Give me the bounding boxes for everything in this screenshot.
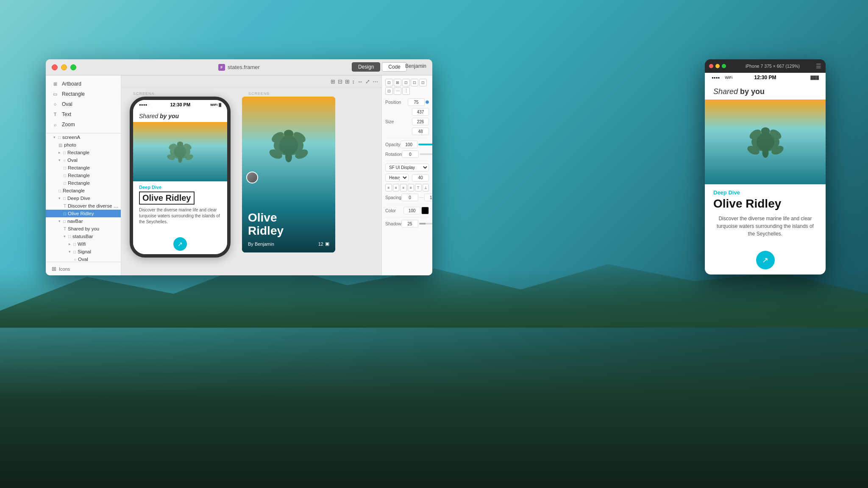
font-weight-select[interactable]: Heavy — [385, 174, 409, 182]
size-h-value — [412, 128, 429, 135]
rectangle-label: Rectangle — [62, 91, 85, 97]
iphone-menu-icon[interactable]: ☰ — [816, 63, 821, 69]
iphone-minimize[interactable] — [715, 64, 720, 68]
align-right-btn[interactable]: ⊡ — [402, 79, 410, 86]
artboard-label: Artboard — [62, 81, 81, 87]
rotation-slider[interactable] — [420, 153, 432, 155]
sidebar-tool-rectangle[interactable]: ▭ Rectangle — [46, 89, 121, 99]
shadow-input[interactable] — [401, 220, 418, 227]
layer-rectangle-1[interactable]: ▸ □ Rectangle — [46, 149, 121, 156]
font-family-select[interactable]: SF UI Display — [385, 164, 429, 172]
opacity-input[interactable] — [401, 141, 417, 148]
position-row: Position — [385, 98, 429, 106]
layer-olive-ridley[interactable]: □ Olive Ridley — [46, 210, 121, 217]
shared-italic: Shared — [713, 87, 738, 96]
distribute-h-btn[interactable]: ⋯ — [394, 87, 401, 95]
canvas-tool-2[interactable]: ⊟ — [338, 78, 342, 85]
position-x-input[interactable] — [408, 98, 425, 106]
align-bottom-btn[interactable]: ⊡ — [385, 87, 393, 95]
fullscreen-button[interactable] — [70, 64, 76, 70]
iphone-fab-button[interactable]: ↗ — [756, 251, 775, 269]
layer-signal[interactable]: ▾ □ Signal — [46, 248, 121, 255]
align-top-btn[interactable]: ⊡ — [411, 79, 418, 86]
screen-b-title-line2: Ridley — [248, 224, 284, 237]
sidebar-tool-zoom[interactable]: ⌕ Zoom — [46, 119, 121, 130]
size-h-input[interactable] — [412, 128, 429, 135]
layer-rect-3[interactable]: □ Rectangle — [46, 172, 121, 179]
font-weight-row: Heavy — [385, 174, 429, 182]
layer-rect-5-label: Rectangle — [63, 188, 118, 193]
align-center-btn[interactable]: ⊠ — [394, 79, 401, 86]
size-h-row — [385, 128, 429, 135]
text-align-bottom[interactable]: ⊥ — [423, 184, 429, 191]
canvas-tool-1[interactable]: ⊞ — [331, 78, 335, 85]
expand-icon: ▾ — [58, 196, 61, 200]
iphone-title: Olive Ridley — [713, 197, 817, 211]
traffic-lights — [46, 64, 76, 70]
sidebar-tool-artboard[interactable]: ⊞ Artboard — [46, 79, 121, 89]
iphone-deep-dive: Deep Dive — [713, 189, 817, 196]
shared-text: Shared by you — [139, 113, 179, 119]
layer-oval[interactable]: ▾ ○ Oval — [46, 156, 121, 164]
canvas-tool-6[interactable]: ⤢ — [365, 78, 370, 85]
code-tab[interactable]: Code — [382, 62, 407, 72]
phone-mockup-a: ●●●●○ 12:30 PM WiFi ▓ Shared by you — [130, 97, 231, 258]
canvas-tool-7[interactable]: ⋯ — [373, 78, 378, 85]
color-opacity-input[interactable] — [403, 207, 420, 214]
rectangle-icon: ▭ — [52, 91, 58, 97]
layer-screena[interactable]: ▾ □ screenA — [46, 133, 121, 141]
more-btn[interactable]: ⋮ — [402, 87, 410, 95]
sidebar-tool-text[interactable]: T Text — [46, 109, 121, 119]
layer-deep-dive[interactable]: ▾ □ Deep Dive — [46, 194, 121, 202]
layer-discover-text[interactable]: T Discover the diverse marine l... — [46, 202, 121, 210]
user-menu[interactable]: Benjamin — [405, 63, 426, 69]
sidebar-tool-oval[interactable]: ○ Oval — [46, 99, 121, 109]
layer-photo[interactable]: ▨ photo — [46, 141, 121, 149]
color-swatch[interactable] — [421, 207, 429, 214]
iphone-fullscreen[interactable] — [722, 64, 726, 68]
layer-rect-2[interactable]: □ Rectangle — [46, 164, 121, 172]
layer-oval-1[interactable]: ○ Oval — [46, 255, 121, 262]
layer-discover-label: Discover the diverse marine l... — [68, 203, 118, 208]
header-toolbar: Design Code — [352, 62, 407, 72]
close-button[interactable] — [52, 64, 58, 70]
opacity-value — [401, 141, 432, 148]
shadow-slider[interactable] — [419, 223, 432, 225]
layer-rectangle-5[interactable]: □ Rectangle — [46, 187, 121, 194]
design-tab[interactable]: Design — [352, 62, 380, 72]
iphone-close[interactable] — [709, 64, 713, 68]
minimize-button[interactable] — [61, 64, 67, 70]
align-middle-btn[interactable]: ⊡ — [419, 79, 427, 86]
text-align-justify[interactable]: ≡ — [408, 184, 415, 191]
phone-screen-a: Shared by you — [133, 109, 227, 254]
spacing-input[interactable] — [401, 194, 418, 201]
font-size-input[interactable] — [412, 174, 429, 182]
layer-wifi[interactable]: ▸ □ Wifi — [46, 240, 121, 248]
layer-statusbar[interactable]: ▾ □ statusBar — [46, 233, 121, 240]
fab-button-a[interactable]: ↗ — [173, 237, 187, 251]
text-align-left[interactable]: ≡ — [385, 184, 392, 191]
opacity-slider[interactable] — [418, 144, 432, 145]
group-icon: □ — [64, 211, 66, 216]
size-w-input[interactable] — [412, 118, 429, 125]
group-icon: □ — [58, 135, 61, 140]
iphone-model: iPhone 7 — [746, 64, 763, 69]
layer-navbar[interactable]: ▾ □ navBar — [46, 217, 121, 225]
text-align-top[interactable]: ⊤ — [415, 184, 422, 191]
zoom-label: Zoom — [62, 122, 75, 128]
line-height-input[interactable] — [424, 194, 432, 201]
rotation-input[interactable] — [402, 150, 419, 158]
text-align-right[interactable]: ≡ — [400, 184, 407, 191]
canvas-tool-5[interactable]: ↔ — [357, 78, 363, 85]
text-align-center[interactable]: ≡ — [393, 184, 400, 191]
svg-point-6 — [177, 141, 183, 147]
position-y-input[interactable] — [412, 108, 429, 116]
photo-icon: ▨ — [58, 143, 62, 147]
canvas-tool-4[interactable]: ↕ — [352, 78, 355, 85]
canvas: ⊞ ⊟ ⊞ ↕ ↔ ⤢ ⋯ SCREENA SCREENB ●●●●○ 12:3 — [121, 75, 381, 275]
align-left-btn[interactable]: ⊡ — [385, 79, 393, 86]
canvas-tool-3[interactable]: ⊞ — [345, 78, 350, 85]
layer-rect-4[interactable]: □ Rectangle — [46, 179, 121, 187]
layer-shared-by-you[interactable]: T Shared by you — [46, 225, 121, 233]
screen-b-author: By Benjamin — [248, 241, 274, 247]
